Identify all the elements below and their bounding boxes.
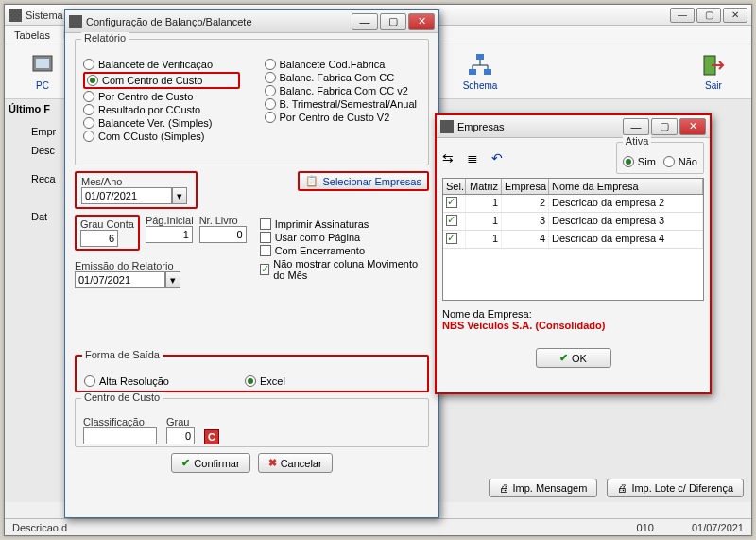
empresas-maximize-button[interactable]: ▢: [651, 118, 678, 135]
grau-conta-label: Grau Conta: [80, 218, 134, 230]
radio-resultado-ccusto[interactable]: [83, 104, 94, 115]
schema-icon: [467, 52, 493, 78]
row-checkbox[interactable]: [446, 197, 457, 208]
radio-ativa-sim[interactable]: [623, 156, 634, 167]
config-title: Configuração de Balanço/Balancete: [86, 16, 350, 27]
cc-grau-label: Grau: [166, 416, 195, 427]
desc-label: Desc: [31, 145, 55, 156]
printer-icon: 🖨: [617, 482, 627, 494]
toolbar-schema[interactable]: Schema: [455, 52, 505, 91]
radio-por-centro-custo-v2[interactable]: [265, 112, 276, 123]
pag-inicial-input[interactable]: [146, 226, 193, 243]
status-desc: Descricao d: [12, 522, 67, 533]
mesano-label: Mes/Ano: [81, 176, 191, 187]
x-icon: ✖: [268, 457, 277, 469]
statusbar: Descricao d 010 01/07/2021: [5, 518, 751, 535]
classificacao-label: Classificação: [83, 416, 157, 427]
forma-saida-group: Forma de Saída Alta Resolução Excel: [75, 355, 429, 392]
undo-icon[interactable]: ↶: [491, 150, 503, 165]
config-maximize-button[interactable]: ▢: [380, 13, 406, 30]
pc-icon: [29, 52, 56, 78]
swap-icon[interactable]: ⇆: [442, 150, 454, 165]
status-date: 01/07/2021: [692, 522, 744, 533]
radio-com-ccusto-simples[interactable]: [83, 131, 94, 142]
emissao-input[interactable]: [75, 271, 165, 288]
chk-com-encerramento[interactable]: [260, 245, 271, 256]
grau-conta-input[interactable]: [80, 230, 118, 247]
radio-excel[interactable]: [245, 375, 256, 387]
emp-label: Empr: [31, 126, 56, 137]
radio-com-centro-custo[interactable]: [87, 75, 98, 86]
row-checkbox[interactable]: [446, 215, 457, 226]
check-icon: ✔: [559, 352, 568, 364]
chk-imprimir-assinaturas[interactable]: [260, 218, 271, 230]
config-close-button[interactable]: ✕: [408, 13, 435, 30]
config-dialog: Configuração de Balanço/Balancete — ▢ ✕ …: [64, 9, 439, 518]
config-minimize-button[interactable]: —: [352, 13, 378, 30]
cc-grau-input[interactable]: [166, 427, 195, 444]
main-close-button[interactable]: ✕: [723, 8, 747, 23]
radio-balancete-verificacao[interactable]: [83, 59, 94, 70]
config-titlebar: Configuração de Balanço/Balancete — ▢ ✕: [65, 10, 438, 33]
svg-rect-10: [469, 69, 476, 75]
row-checkbox[interactable]: [446, 233, 457, 244]
toolbar-sair[interactable]: Sair: [689, 52, 738, 91]
dialog-icon: [69, 15, 82, 28]
radio-balanc-fabrica-cc[interactable]: [265, 72, 276, 83]
classificacao-input[interactable]: [83, 427, 157, 444]
nr-livro-label: Nr. Livro: [199, 215, 247, 226]
nome-empresa-label: Nome da Empresa:: [442, 308, 704, 320]
radio-ativa-nao[interactable]: [663, 156, 675, 167]
app-icon: [9, 9, 22, 22]
cc-clear-button[interactable]: C: [204, 429, 219, 444]
exit-icon: [700, 52, 727, 78]
radio-alta-resolucao[interactable]: [84, 375, 95, 387]
radio-balancete-simples[interactable]: [83, 117, 94, 129]
radio-balancete-codfabrica[interactable]: [265, 59, 276, 70]
status-year: 010: [637, 522, 654, 533]
empresas-ok-button[interactable]: ✔ OK: [536, 348, 611, 368]
radio-trimestral[interactable]: [265, 98, 276, 110]
empresas-dialog: Empresas — ▢ ✕ ⇆ ≣ ↶ Ativa Sim Não Sel. …: [435, 113, 712, 394]
reca-label: Reca: [31, 173, 56, 184]
mesano-input[interactable]: [81, 187, 172, 204]
radio-balanc-fabrica-cc-v2[interactable]: [265, 85, 276, 96]
imp-mensagem-button[interactable]: 🖨 Imp. Mensagem: [489, 479, 598, 497]
main-minimize-button[interactable]: —: [670, 8, 695, 23]
nr-livro-input[interactable]: [199, 226, 247, 243]
list-icon[interactable]: ≣: [467, 150, 478, 165]
chk-nao-mostrar-coluna[interactable]: [260, 264, 270, 275]
emissao-label: Emissão do Relatorio: [75, 260, 247, 271]
empresas-icon: [440, 120, 454, 133]
radio-por-centro-custo[interactable]: [83, 91, 94, 102]
select-icon: 📋: [305, 175, 318, 187]
svg-rect-11: [484, 69, 491, 75]
dat-label: Dat: [31, 211, 47, 222]
grid-header: Sel. Matriz Empresa Nome da Empresa: [443, 179, 703, 195]
grid-row[interactable]: 1 2 Descricao da empresa 2: [443, 195, 703, 213]
emissao-dropdown-button[interactable]: ▾: [165, 271, 180, 288]
cancelar-button[interactable]: ✖Cancelar: [258, 453, 333, 473]
mesano-dropdown-button[interactable]: ▾: [172, 187, 187, 204]
confirmar-button[interactable]: ✔Confirmar: [171, 453, 249, 473]
selecionar-empresas-button[interactable]: 📋 Selecionar Empresas: [298, 171, 429, 191]
imp-lote-button[interactable]: 🖨 Imp. Lote c/ Diferença: [607, 479, 744, 497]
relatorio-group: Relatório Balancete de Verificação Com C…: [75, 39, 429, 165]
grid-row[interactable]: 1 4 Descricao da empresa 4: [443, 231, 703, 249]
menu-tabelas[interactable]: Tabelas: [14, 29, 50, 41]
empresas-close-button[interactable]: ✕: [679, 118, 706, 135]
printer-icon: 🖨: [499, 482, 509, 494]
nome-empresa-value: NBS Veiculos S.A. (Consolidado): [442, 320, 704, 331]
check-icon: ✔: [181, 457, 190, 469]
centro-custo-group: Centro de Custo Classificação Grau C: [75, 398, 429, 447]
toolbar-pc[interactable]: PC: [18, 52, 67, 91]
chk-usar-como-pagina[interactable]: [260, 232, 271, 243]
ultimo-label: Último F: [9, 103, 50, 114]
empresas-grid: Sel. Matriz Empresa Nome da Empresa 1 2 …: [442, 178, 704, 301]
empresas-titlebar: Empresas — ▢ ✕: [437, 115, 710, 138]
empresas-minimize-button[interactable]: —: [623, 118, 649, 135]
grid-row[interactable]: 1 3 Descricao da empresa 3: [443, 213, 703, 231]
svg-rect-9: [476, 54, 484, 60]
svg-rect-1: [36, 59, 49, 68]
main-maximize-button[interactable]: ▢: [696, 8, 721, 23]
